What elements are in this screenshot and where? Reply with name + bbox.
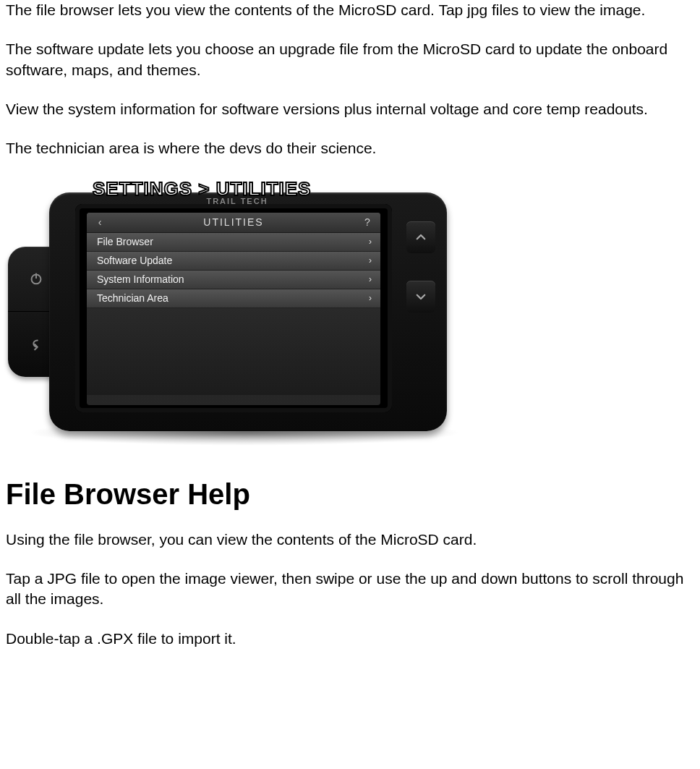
paragraph-fb-intro: Using the file browser, you can view the… [6,530,694,550]
menu-item-system-information[interactable]: System Information › [87,271,380,289]
paragraph-fb-jpg: Tap a JPG file to open the image viewer,… [6,569,694,610]
gps-device: TRAIL TECH ‹ UTILITIES ? File Browser › … [6,178,469,446]
paragraph-software-update: The software update lets you choose an u… [6,39,694,80]
paragraph-technician: The technician area is where the devs do… [6,138,694,158]
device-screen: ‹ UTILITIES ? File Browser › Software Up… [87,213,380,405]
menu-label: File Browser [97,235,153,249]
header-title: UTILITIES [106,216,362,229]
figure-caption: SETTINGS > UTILITIES [93,177,311,202]
menu-label: Software Update [97,254,172,268]
scroll-up-button[interactable] [406,221,435,253]
heading-file-browser-help: File Browser Help [6,475,694,514]
paragraph-system-info: View the system information for software… [6,99,694,119]
right-button-cluster [406,221,435,313]
chevron-right-icon: › [369,273,372,285]
menu-label: Technician Area [97,292,168,305]
menu-item-technician-area[interactable]: Technician Area › [87,289,380,308]
device-figure: SETTINGS > UTILITIES TRAIL TECH ‹ UTILIT… [6,178,469,446]
screen-header: ‹ UTILITIES ? [87,213,380,233]
chevron-right-icon: › [369,236,372,247]
chevron-right-icon: › [369,255,372,266]
header-help-icon[interactable]: ? [362,216,373,229]
menu-item-file-browser[interactable]: File Browser › [87,233,380,252]
chevron-right-icon: › [369,292,372,304]
screen-empty-area [87,308,380,395]
paragraph-fb-gpx: Double-tap a .GPX file to import it. [6,629,694,649]
menu-item-software-update[interactable]: Software Update › [87,252,380,271]
menu-label: System Information [97,273,184,286]
scroll-down-button[interactable] [406,281,435,313]
header-back-icon[interactable]: ‹ [94,216,106,229]
paragraph-file-browser: The file browser lets you view the conte… [6,0,694,20]
